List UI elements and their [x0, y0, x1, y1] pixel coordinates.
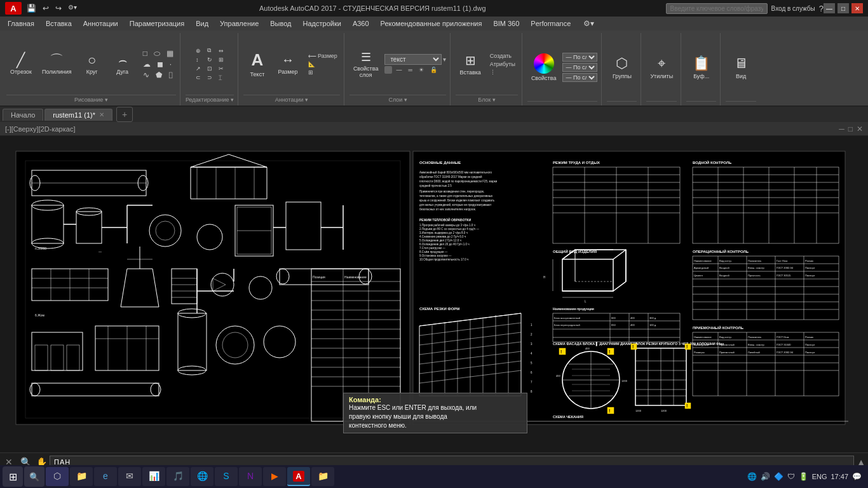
onenote-btn[interactable]: N: [239, 467, 262, 486]
minimize-btn[interactable]: —: [824, 3, 835, 13]
canvas-area[interactable]: п.36000 — 6.Жом: [0, 136, 868, 452]
color-select[interactable]: — По сл: [562, 53, 597, 62]
perestat-btn[interactable]: ⊕: [193, 46, 203, 55]
search-taskbar-btn[interactable]: 🔍: [24, 466, 44, 487]
lang-indicator[interactable]: ENG: [812, 473, 827, 480]
plosk-btn[interactable]: ◼: [154, 59, 166, 69]
notification-btn[interactable]: 💬: [852, 472, 862, 481]
shtrihovka-btn[interactable]: ▦: [164, 48, 176, 58]
multivizh-btn[interactable]: ⟵ Размер: [306, 52, 340, 60]
viewport-minimize-btn[interactable]: ─: [839, 125, 844, 133]
utility-btn[interactable]: ⌖ Утилиты: [646, 53, 677, 82]
search-input[interactable]: [666, 3, 768, 14]
cortana-btn[interactable]: ⬡: [46, 467, 69, 486]
razmer-btn[interactable]: ↔ Размер: [274, 50, 302, 78]
layer-color-btn[interactable]: [384, 66, 392, 74]
excel-btn[interactable]: 📊: [142, 467, 165, 486]
ellips-btn[interactable]: ⬭: [151, 48, 163, 58]
viewport-close-btn[interactable]: ✕: [857, 125, 863, 133]
krug-btn[interactable]: ○ Круг: [78, 51, 106, 78]
menu-bim360[interactable]: BIM 360: [488, 18, 524, 29]
granica-btn[interactable]: ⌷: [166, 70, 175, 80]
bluetooth-icon[interactable]: 🔷: [774, 472, 783, 481]
menu-nadstroiki[interactable]: Надстройки: [298, 18, 346, 29]
sound-icon[interactable]: 🔊: [761, 472, 770, 481]
svoistva-btn[interactable]: Свойства: [527, 51, 560, 84]
sdvinut-btn[interactable]: ↗: [193, 65, 203, 72]
folder2-btn[interactable]: 📁: [311, 467, 334, 486]
viewport-restore-btn[interactable]: □: [848, 125, 853, 133]
menu-vstavka[interactable]: Вставка: [41, 18, 77, 29]
tochka-btn[interactable]: ·: [167, 59, 174, 69]
drawing-group-label[interactable]: Рисование ▾: [6, 95, 176, 104]
otrezok-btn[interactable]: ╱ Отрезок: [6, 51, 36, 78]
menu-a360[interactable]: A360: [348, 18, 374, 29]
menu-upravlenie[interactable]: Управление: [215, 18, 264, 29]
gruppy-btn[interactable]: ⬡ Группы: [608, 53, 636, 82]
draw-tab-rustem[interactable]: rustem11 (1)* ✕: [44, 109, 112, 121]
atrib-btn[interactable]: Атрибуты: [487, 60, 518, 68]
edge-btn[interactable]: e: [94, 467, 117, 486]
otrazit-btn[interactable]: ⇔: [216, 46, 226, 55]
media-btn[interactable]: 🎵: [166, 467, 189, 486]
autocad-btn[interactable]: A: [287, 467, 310, 486]
povern-btn[interactable]: ↻: [205, 56, 215, 64]
network-icon[interactable]: 🌐: [747, 472, 757, 481]
el-btn[interactable]: ⬟: [153, 70, 165, 80]
vid-btn[interactable]: 🖥 Вид: [727, 53, 755, 82]
skype-btn[interactable]: S: [215, 467, 238, 486]
soedin-btn[interactable]: ⌶: [216, 74, 226, 81]
close-tab-icon[interactable]: ✕: [99, 111, 104, 118]
menu-recommended[interactable]: Рекомендованные приложения: [376, 18, 487, 29]
layers-group-label[interactable]: Слои ▾: [349, 95, 447, 104]
autocad-logo[interactable]: A: [5, 2, 22, 15]
udl-btn[interactable]: ⊂: [193, 74, 203, 81]
help-btn[interactable]: ?: [819, 4, 824, 13]
workspace-btn[interactable]: ⚙▾: [65, 3, 79, 14]
massiv-btn[interactable]: ⊞: [216, 56, 226, 64]
tabl-btn[interactable]: ⊞: [306, 69, 340, 76]
antivirus-icon[interactable]: 🛡: [787, 472, 795, 481]
menu-options-btn[interactable]: ⚙▾: [580, 18, 598, 29]
undo-btn[interactable]: ↩: [40, 3, 51, 14]
layer-weight-btn[interactable]: ═: [405, 66, 414, 74]
quick-access-btn[interactable]: 💾: [24, 3, 39, 14]
raz-btn[interactable]: ✂: [216, 65, 226, 72]
menu-vid[interactable]: Вид: [191, 18, 214, 29]
winamp-btn[interactable]: ▶: [263, 467, 286, 486]
duga-btn[interactable]: ⌢ Дуга: [109, 51, 137, 78]
ref-btn[interactable]: ⋮: [487, 69, 518, 76]
masshtab-btn[interactable]: ⊡: [205, 65, 215, 72]
block-group-label[interactable]: Блок ▾: [456, 95, 517, 104]
battery-icon[interactable]: 🔋: [799, 472, 808, 481]
maximize-btn[interactable]: □: [837, 3, 849, 13]
spline-btn[interactable]: ∿: [140, 70, 152, 80]
priam-btn[interactable]: □: [140, 48, 150, 58]
lineweight-select[interactable]: — По сл: [562, 73, 597, 82]
vstavka-btn[interactable]: ⊞ Вставка: [456, 50, 484, 78]
chrome-btn[interactable]: 🌐: [191, 467, 214, 486]
menu-performance[interactable]: Performance: [526, 18, 576, 29]
redo-btn[interactable]: ↪: [53, 3, 64, 14]
close-btn[interactable]: ✕: [851, 3, 863, 13]
layer-lock-btn[interactable]: 🔓: [428, 66, 440, 74]
rastenut-btn[interactable]: ↕: [193, 56, 203, 64]
draw-tab-nachalo[interactable]: Начало: [3, 109, 43, 121]
menu-glavnaya[interactable]: Главная: [3, 18, 39, 29]
mail-btn[interactable]: ✉: [118, 467, 141, 486]
windows-start-btn[interactable]: ⊞: [3, 466, 23, 487]
menu-parametrizaciya[interactable]: Параметризация: [125, 18, 189, 29]
bufer-btn[interactable]: 📋 Буф...: [688, 53, 715, 82]
menu-vyvod[interactable]: Вывод: [265, 18, 296, 29]
polsos-btn[interactable]: 📐: [306, 60, 340, 68]
layer-linetype-btn[interactable]: —: [393, 66, 404, 74]
edit-group-label[interactable]: Редактирование ▾: [186, 95, 234, 104]
svoistva-sloa-btn[interactable]: ☰ Свойстваслоя: [349, 48, 383, 81]
annotation-group-label[interactable]: Аннотации ▾: [243, 95, 340, 104]
linetype-select[interactable]: — По сл: [562, 63, 597, 72]
menu-annotacii[interactable]: Аннотации: [78, 18, 123, 29]
explorer-btn[interactable]: 📁: [70, 467, 93, 486]
login-btn[interactable]: Вход в службы: [771, 5, 815, 12]
layer-select[interactable]: текст: [384, 54, 442, 65]
tekst-btn[interactable]: A Текст: [243, 48, 271, 80]
